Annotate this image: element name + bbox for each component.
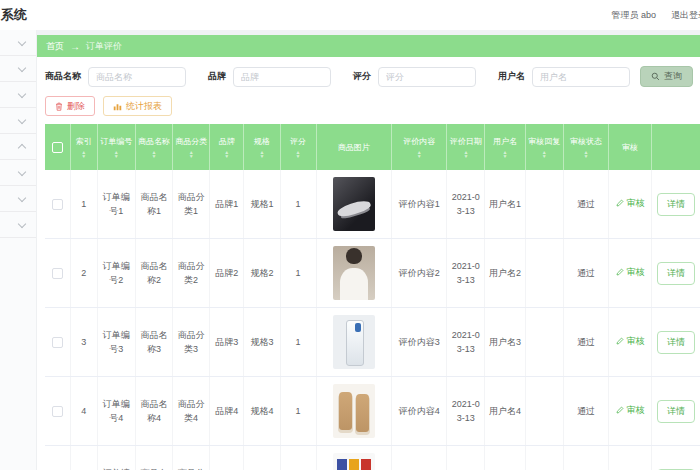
cell-order-no: 订单编号5 (97, 446, 135, 470)
select-all-checkbox[interactable] (52, 142, 63, 153)
top-navbar: 系统 管理员 abo 退出登录 (0, 0, 700, 30)
row-checkbox[interactable] (52, 199, 63, 210)
sort-icons[interactable]: ▲▼ (72, 150, 96, 158)
sort-icons[interactable]: ▲▼ (99, 150, 134, 158)
sort-icons[interactable]: ▲▼ (245, 150, 278, 158)
cell-index: 4 (70, 377, 97, 446)
cell-date: 2021-03-13 (447, 377, 485, 446)
detail-button[interactable]: 详情 (657, 262, 695, 285)
product-name-input[interactable] (88, 67, 186, 87)
sidebar-item[interactable] (0, 134, 36, 160)
sort-icons[interactable]: ▲▼ (486, 150, 523, 158)
cell-date: 2021-03-13 (447, 308, 485, 377)
cell-audit-reply (525, 446, 563, 470)
sort-icons[interactable]: ▲▼ (282, 150, 315, 158)
cell-audit-status: 通过 (563, 308, 608, 377)
header-audit-status[interactable]: 审核状态▲▼ (563, 124, 608, 170)
breadcrumb-home-link[interactable]: 首页 (46, 40, 64, 53)
cell-product-name: 商品名称3 (135, 308, 172, 377)
bar-chart-icon (113, 102, 122, 111)
brand-input[interactable] (233, 67, 331, 87)
sidebar-item[interactable] (0, 82, 36, 108)
sort-icons[interactable]: ▲▼ (565, 150, 607, 158)
header-review-content[interactable]: 评价内容▲▼ (392, 124, 447, 170)
audit-link[interactable]: 审核 (616, 403, 645, 417)
cell-index: 1 (70, 170, 97, 239)
sort-icons[interactable]: ▲▼ (527, 150, 562, 158)
row-checkbox[interactable] (52, 406, 63, 417)
detail-button[interactable]: 详情 (657, 331, 695, 354)
sidebar-item[interactable] (0, 30, 36, 56)
cell-date: 2021-03-13 (447, 170, 485, 239)
product-image (333, 246, 375, 300)
cell-review: 评价内容5 (392, 446, 447, 470)
admin-user-menu[interactable]: 管理员 abo (611, 9, 656, 22)
detail-button[interactable]: 详情 (657, 400, 695, 423)
sort-icons[interactable]: ▲▼ (393, 150, 445, 158)
chevron-down-icon (18, 115, 26, 123)
trash-icon (55, 102, 63, 111)
delete-button[interactable]: 删除 (45, 96, 95, 116)
cell-spec: 规格5 (244, 446, 280, 470)
header-audit-reply[interactable]: 审核回复▲▼ (525, 124, 563, 170)
header-username[interactable]: 用户名▲▼ (485, 124, 525, 170)
header-brand[interactable]: 品牌▲▼ (210, 124, 244, 170)
cell-audit-reply (525, 377, 563, 446)
username-input[interactable] (532, 67, 630, 87)
sort-icons[interactable]: ▲▼ (137, 150, 171, 158)
cell-category: 商品分类5 (173, 446, 210, 470)
cell-audit-status: 通过 (563, 239, 608, 308)
table-row: 2 订单编号2 商品名称2 商品分类2 品牌2 规格2 1 评价内容2 2021… (45, 239, 700, 308)
pencil-icon (616, 268, 624, 276)
cell-order-no: 订单编号2 (97, 239, 135, 308)
header-product-name[interactable]: 商品名称▲▼ (135, 124, 172, 170)
cell-audit-reply (525, 239, 563, 308)
query-button[interactable]: 查询 (640, 66, 693, 87)
search-icon (651, 72, 660, 81)
product-image (333, 315, 375, 369)
header-score[interactable]: 评分▲▼ (280, 124, 316, 170)
audit-link[interactable]: 审核 (616, 265, 645, 279)
header-order-no[interactable]: 订单编号▲▼ (97, 124, 135, 170)
select-all-header (45, 124, 70, 170)
product-image (333, 384, 375, 438)
field-brand: 品牌 (208, 67, 331, 87)
cell-score: 1 (280, 170, 316, 239)
header-index[interactable]: 索引▲▼ (70, 124, 97, 170)
cell-order-no: 订单编号1 (97, 170, 135, 239)
field-label: 商品名称 (45, 70, 81, 83)
logout-link[interactable]: 退出登录 (671, 9, 700, 22)
sidebar-item[interactable] (0, 212, 36, 238)
cell-category: 商品分类2 (173, 239, 210, 308)
field-label: 品牌 (208, 70, 226, 83)
table-row: 3 订单编号3 商品名称3 商品分类3 品牌3 规格3 1 评价内容3 2021… (45, 308, 700, 377)
cell-category: 商品分类1 (173, 170, 210, 239)
detail-button[interactable]: 详情 (657, 193, 695, 216)
cell-review: 评价内容1 (392, 170, 447, 239)
product-image (333, 177, 375, 231)
sort-icons[interactable]: ▲▼ (211, 150, 242, 158)
sort-icons[interactable]: ▲▼ (448, 150, 483, 158)
sidebar-item[interactable] (0, 186, 36, 212)
sort-icons[interactable]: ▲▼ (174, 150, 208, 158)
header-spec[interactable]: 规格▲▼ (244, 124, 280, 170)
cell-product-name: 商品名称4 (135, 377, 172, 446)
table-body: 1 订单编号1 商品名称1 商品分类1 品牌1 规格1 1 评价内容1 2021… (45, 170, 700, 470)
header-review-date[interactable]: 评价日期▲▼ (447, 124, 485, 170)
score-input[interactable] (378, 67, 476, 87)
row-checkbox[interactable] (52, 337, 63, 348)
sidebar-item[interactable] (0, 160, 36, 186)
row-checkbox[interactable] (52, 268, 63, 279)
audit-link[interactable]: 审核 (616, 334, 645, 348)
header-category[interactable]: 商品分类▲▼ (173, 124, 210, 170)
sidebar-item[interactable] (0, 56, 36, 82)
audit-link[interactable]: 审核 (616, 196, 645, 210)
cell-index: 3 (70, 308, 97, 377)
report-button[interactable]: 统计报表 (103, 96, 172, 116)
report-button-label: 统计报表 (126, 100, 162, 113)
sidebar-item[interactable] (0, 108, 36, 134)
sidebar (0, 30, 37, 470)
cell-index: 5 (70, 446, 97, 470)
table-row: 5 订单编号5 商品名称5 商品分类5 品牌5 规格5 1 评价内容5 2021… (45, 446, 700, 470)
cell-username: 用户名1 (485, 170, 525, 239)
